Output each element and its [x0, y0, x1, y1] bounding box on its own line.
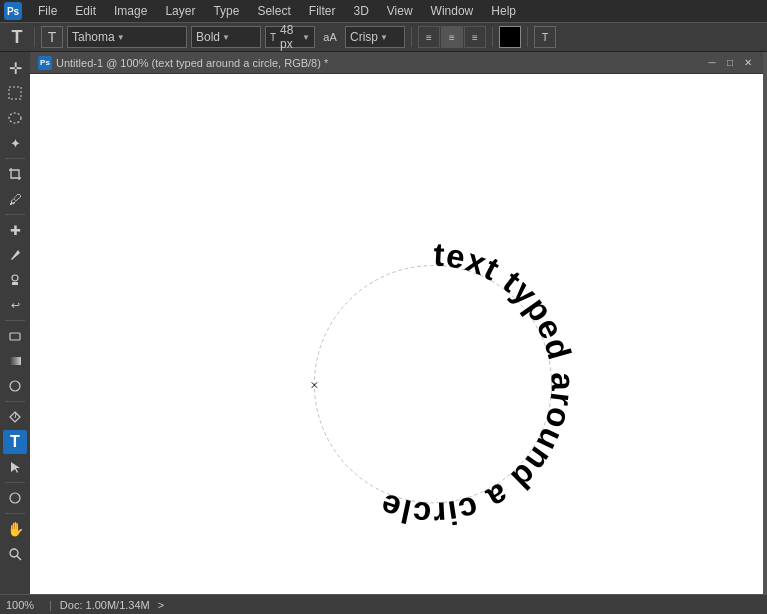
svg-point-1 — [9, 113, 21, 123]
menu-select[interactable]: Select — [249, 2, 298, 20]
text-color-swatch[interactable] — [499, 26, 521, 48]
eyedropper-tool[interactable]: 🖊 — [3, 187, 27, 211]
hand-tool[interactable]: ✋ — [3, 517, 27, 541]
eraser-icon — [8, 329, 22, 343]
sep1 — [34, 27, 35, 47]
zoom-percentage: 100% — [6, 599, 41, 611]
sep4 — [527, 27, 528, 47]
select-arrow-tool[interactable] — [3, 455, 27, 479]
menu-help[interactable]: Help — [483, 2, 524, 20]
stamp-tool[interactable] — [3, 268, 27, 292]
align-right-btn[interactable]: ≡ — [464, 26, 486, 48]
status-bar: 100% | Doc: 1.00M/1.34M > — [0, 594, 767, 614]
menu-layer[interactable]: Layer — [157, 2, 203, 20]
tool-sep3 — [5, 320, 25, 321]
tool-sep4 — [5, 401, 25, 402]
svg-rect-4 — [10, 333, 20, 340]
svg-rect-3 — [12, 282, 18, 285]
text-tool-icon: T — [6, 26, 28, 48]
svg-point-6 — [10, 381, 20, 391]
menu-image[interactable]: Image — [106, 2, 155, 20]
history-brush-tool[interactable]: ↩ — [3, 293, 27, 317]
lasso-tool[interactable] — [3, 106, 27, 130]
align-left-btn[interactable]: ≡ — [418, 26, 440, 48]
svg-rect-0 — [9, 87, 21, 99]
font-size-arrow: ▼ — [302, 33, 310, 42]
canvas-svg: text typed around a circle — [30, 74, 763, 594]
font-size-value: 48 px — [280, 23, 300, 51]
text-tool[interactable]: T — [3, 430, 27, 454]
menu-file[interactable]: File — [30, 2, 65, 20]
sep2 — [411, 27, 412, 47]
document-title: Untitled-1 @ 100% (text typed around a c… — [56, 57, 701, 69]
zoom-icon — [8, 547, 22, 561]
pen-tool[interactable] — [3, 405, 27, 429]
menu-edit[interactable]: Edit — [67, 2, 104, 20]
brush-icon — [8, 248, 22, 262]
status-arrow[interactable]: > — [158, 599, 164, 611]
svg-text:text typed around a circle: text typed around a circle — [375, 235, 582, 533]
document-window: Ps Untitled-1 @ 100% (text typed around … — [30, 52, 763, 594]
font-size-icon: T — [270, 32, 276, 43]
svg-point-7 — [10, 493, 20, 503]
anti-alias-value: Crisp — [350, 30, 378, 44]
doc-restore-btn[interactable]: □ — [723, 56, 737, 70]
anti-alias-dropdown[interactable]: Crisp ▼ — [345, 26, 405, 48]
eraser-tool[interactable] — [3, 324, 27, 348]
select-arrow-icon — [8, 460, 22, 474]
zoom-tool[interactable] — [3, 542, 27, 566]
align-center-btn[interactable]: ≡ — [441, 26, 463, 48]
stamp-icon — [8, 273, 22, 287]
tool-sep6 — [5, 513, 25, 514]
font-style-value: Bold — [196, 30, 220, 44]
doc-close-btn[interactable]: ✕ — [741, 56, 755, 70]
font-style-dropdown[interactable]: Bold ▼ — [191, 26, 261, 48]
crop-tool[interactable] — [3, 162, 27, 186]
aa-label: aA — [319, 26, 341, 48]
menu-3d[interactable]: 3D — [345, 2, 376, 20]
align-group: ≡ ≡ ≡ — [418, 26, 486, 48]
warp-text-btn[interactable]: T — [534, 26, 556, 48]
menu-type[interactable]: Type — [205, 2, 247, 20]
dodge-icon — [8, 379, 22, 393]
svg-rect-5 — [9, 357, 21, 365]
anti-alias-arrow: ▼ — [380, 33, 388, 42]
dodge-tool[interactable] — [3, 374, 27, 398]
menu-filter[interactable]: Filter — [301, 2, 344, 20]
tool-sep2 — [5, 214, 25, 215]
ps-logo-menu: Ps — [4, 2, 22, 20]
lasso-icon — [8, 111, 22, 125]
font-name-dropdown[interactable]: Tahoma ▼ — [67, 26, 187, 48]
svg-point-8 — [10, 549, 18, 557]
doc-minimize-btn[interactable]: ─ — [705, 56, 719, 70]
ellipse-shape-icon — [8, 491, 22, 505]
doc-size-info: Doc: 1.00M/1.34M — [60, 599, 150, 611]
marquee-rect-tool[interactable] — [3, 81, 27, 105]
font-size-dropdown[interactable]: T 48 px ▼ — [265, 26, 315, 48]
options-bar: T T Tahoma ▼ Bold ▼ T 48 px ▼ aA Crisp ▼… — [0, 22, 767, 52]
tool-sep1 — [5, 158, 25, 159]
status-separator: | — [49, 599, 52, 611]
sep3 — [492, 27, 493, 47]
doc-ps-logo: Ps — [38, 56, 52, 70]
text-orient-icon[interactable]: T — [41, 26, 63, 48]
menu-bar: Ps File Edit Image Layer Type Select Fil… — [0, 0, 767, 22]
move-tool[interactable]: ✛ — [3, 56, 27, 80]
canvas-area: text typed around a circle — [30, 74, 763, 594]
document-title-bar: Ps Untitled-1 @ 100% (text typed around … — [30, 52, 763, 74]
pen-icon — [8, 410, 22, 424]
gradient-tool[interactable] — [3, 349, 27, 373]
font-name-value: Tahoma — [72, 30, 115, 44]
tool-sep5 — [5, 482, 25, 483]
marquee-rect-icon — [8, 86, 22, 100]
ellipse-shape-tool[interactable] — [3, 486, 27, 510]
heal-tool[interactable]: ✚ — [3, 218, 27, 242]
svg-point-2 — [12, 275, 18, 281]
brush-tool[interactable] — [3, 243, 27, 267]
toolbar: ✛ ✦ 🖊 ✚ ↩ T ✋ — [0, 52, 30, 594]
menu-view[interactable]: View — [379, 2, 421, 20]
menu-window[interactable]: Window — [423, 2, 482, 20]
svg-line-9 — [17, 556, 21, 560]
magic-wand-tool[interactable]: ✦ — [3, 131, 27, 155]
font-name-arrow: ▼ — [117, 33, 125, 42]
